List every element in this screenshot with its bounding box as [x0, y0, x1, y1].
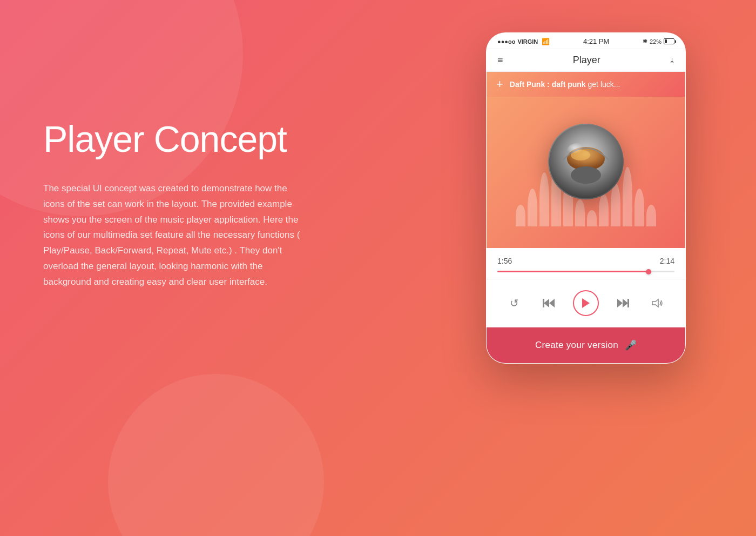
wave-bar: [599, 194, 609, 226]
carrier-name: VIRGIN: [517, 38, 538, 45]
svg-marker-9: [617, 299, 623, 307]
battery-percent: 22%: [650, 38, 662, 45]
phone-frame: ●●●oo VIRGIN 📶 4:21 PM ✱ 22% ≡ Player ⫰ …: [486, 32, 686, 364]
prev-icon: [543, 298, 555, 308]
bluetooth-icon: ✱: [643, 38, 647, 45]
status-battery: ✱ 22%: [643, 38, 674, 45]
wave-bar: [587, 210, 597, 226]
page-description: The special UI concept was created to de…: [43, 181, 302, 290]
add-button[interactable]: +: [496, 78, 503, 90]
battery-icon: [664, 38, 674, 44]
settings-icon[interactable]: ⫰: [670, 56, 674, 65]
status-carrier: ●●●oo VIRGIN 📶: [497, 38, 550, 45]
cta-text: Create your version: [535, 340, 618, 351]
status-time: 4:21 PM: [583, 37, 609, 45]
prev-button[interactable]: [539, 293, 558, 313]
svg-rect-11: [627, 299, 629, 307]
controls-section: ↺: [487, 279, 685, 327]
status-bar: ●●●oo VIRGIN 📶 4:21 PM ✱ 22%: [487, 33, 685, 49]
wifi-icon: 📶: [542, 38, 550, 45]
time-row: 1:56 2:14: [497, 257, 674, 265]
volume-icon: [651, 298, 663, 308]
cta-section[interactable]: Create your version 🎤: [487, 327, 685, 363]
wave-bar: [646, 205, 656, 226]
repeat-icon: ↺: [510, 297, 519, 310]
time-total: 2:14: [660, 257, 674, 265]
wave-bar: [575, 199, 585, 226]
repeat-button[interactable]: ↺: [505, 293, 524, 313]
cta-icon: 🎤: [625, 339, 637, 351]
progress-thumb[interactable]: [646, 269, 651, 274]
next-button[interactable]: [613, 293, 633, 313]
wave-bar: [623, 167, 632, 226]
page-title: Player Concept: [43, 119, 324, 159]
album-art-svg: [548, 124, 624, 199]
play-button[interactable]: [573, 290, 599, 316]
bg-decoration-2: [108, 374, 324, 536]
wave-bar: [516, 205, 525, 226]
left-panel: Player Concept The special UI concept wa…: [43, 119, 324, 290]
song-bar: + Daft Punk : daft punk get luck...: [487, 72, 685, 97]
phone-mockup: ●●●oo VIRGIN 📶 4:21 PM ✱ 22% ≡ Player ⫰ …: [486, 32, 686, 364]
svg-point-3: [571, 166, 601, 184]
nav-bar: ≡ Player ⫰: [487, 49, 685, 72]
play-icon: [581, 298, 591, 309]
svg-marker-7: [549, 299, 555, 307]
next-icon: [617, 298, 629, 308]
progress-section: 1:56 2:14: [487, 248, 685, 279]
wave-bar: [539, 172, 549, 226]
menu-icon[interactable]: ≡: [497, 55, 503, 66]
svg-marker-12: [652, 299, 658, 307]
svg-marker-8: [582, 298, 590, 308]
svg-rect-6: [543, 299, 544, 307]
battery-fill: [665, 39, 667, 43]
song-title: Daft Punk : daft punk get luck...: [510, 80, 620, 89]
volume-button[interactable]: [647, 293, 667, 313]
svg-marker-5: [544, 299, 549, 307]
svg-point-4: [567, 143, 589, 158]
album-cover: [548, 124, 624, 199]
signal-dots: ●●●oo: [497, 38, 515, 45]
progress-fill: [497, 271, 651, 272]
time-current: 1:56: [497, 257, 512, 265]
progress-track[interactable]: [497, 271, 674, 272]
wave-bar: [528, 189, 537, 226]
nav-title: Player: [573, 55, 600, 66]
wave-bar: [611, 183, 620, 226]
album-section: [487, 97, 685, 248]
wave-bar: [634, 189, 644, 226]
svg-marker-10: [623, 299, 628, 307]
